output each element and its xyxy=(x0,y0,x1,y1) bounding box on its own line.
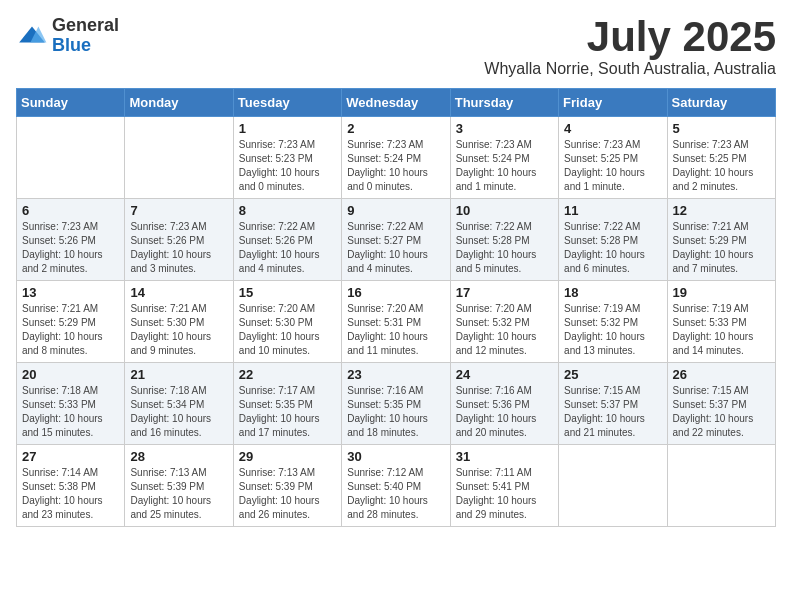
day-info: Sunrise: 7:18 AM Sunset: 5:34 PM Dayligh… xyxy=(130,384,227,440)
logo-text: General Blue xyxy=(52,16,119,56)
day-number: 24 xyxy=(456,367,553,382)
day-info: Sunrise: 7:20 AM Sunset: 5:31 PM Dayligh… xyxy=(347,302,444,358)
day-number: 18 xyxy=(564,285,661,300)
calendar-cell xyxy=(17,117,125,199)
day-number: 25 xyxy=(564,367,661,382)
day-info: Sunrise: 7:22 AM Sunset: 5:26 PM Dayligh… xyxy=(239,220,336,276)
calendar-cell: 4Sunrise: 7:23 AM Sunset: 5:25 PM Daylig… xyxy=(559,117,667,199)
calendar-cell: 29Sunrise: 7:13 AM Sunset: 5:39 PM Dayli… xyxy=(233,445,341,527)
day-info: Sunrise: 7:12 AM Sunset: 5:40 PM Dayligh… xyxy=(347,466,444,522)
day-info: Sunrise: 7:13 AM Sunset: 5:39 PM Dayligh… xyxy=(130,466,227,522)
day-number: 5 xyxy=(673,121,770,136)
calendar-cell: 15Sunrise: 7:20 AM Sunset: 5:30 PM Dayli… xyxy=(233,281,341,363)
page-header: General Blue July 2025 Whyalla Norrie, S… xyxy=(16,16,776,78)
day-info: Sunrise: 7:23 AM Sunset: 5:24 PM Dayligh… xyxy=(456,138,553,194)
calendar-cell: 20Sunrise: 7:18 AM Sunset: 5:33 PM Dayli… xyxy=(17,363,125,445)
day-number: 8 xyxy=(239,203,336,218)
day-info: Sunrise: 7:11 AM Sunset: 5:41 PM Dayligh… xyxy=(456,466,553,522)
calendar-cell xyxy=(559,445,667,527)
weekday-header-sunday: Sunday xyxy=(17,89,125,117)
calendar-cell: 14Sunrise: 7:21 AM Sunset: 5:30 PM Dayli… xyxy=(125,281,233,363)
calendar-week-row: 6Sunrise: 7:23 AM Sunset: 5:26 PM Daylig… xyxy=(17,199,776,281)
calendar-cell: 10Sunrise: 7:22 AM Sunset: 5:28 PM Dayli… xyxy=(450,199,558,281)
calendar-week-row: 27Sunrise: 7:14 AM Sunset: 5:38 PM Dayli… xyxy=(17,445,776,527)
calendar-cell: 23Sunrise: 7:16 AM Sunset: 5:35 PM Dayli… xyxy=(342,363,450,445)
calendar-cell: 13Sunrise: 7:21 AM Sunset: 5:29 PM Dayli… xyxy=(17,281,125,363)
calendar-cell: 17Sunrise: 7:20 AM Sunset: 5:32 PM Dayli… xyxy=(450,281,558,363)
day-info: Sunrise: 7:18 AM Sunset: 5:33 PM Dayligh… xyxy=(22,384,119,440)
day-number: 6 xyxy=(22,203,119,218)
day-number: 2 xyxy=(347,121,444,136)
day-number: 28 xyxy=(130,449,227,464)
day-number: 22 xyxy=(239,367,336,382)
calendar-cell: 9Sunrise: 7:22 AM Sunset: 5:27 PM Daylig… xyxy=(342,199,450,281)
calendar-cell: 6Sunrise: 7:23 AM Sunset: 5:26 PM Daylig… xyxy=(17,199,125,281)
weekday-header-monday: Monday xyxy=(125,89,233,117)
logo-general: General xyxy=(52,16,119,36)
weekday-header-thursday: Thursday xyxy=(450,89,558,117)
calendar-cell: 2Sunrise: 7:23 AM Sunset: 5:24 PM Daylig… xyxy=(342,117,450,199)
day-info: Sunrise: 7:23 AM Sunset: 5:24 PM Dayligh… xyxy=(347,138,444,194)
day-info: Sunrise: 7:22 AM Sunset: 5:28 PM Dayligh… xyxy=(456,220,553,276)
day-number: 30 xyxy=(347,449,444,464)
day-info: Sunrise: 7:20 AM Sunset: 5:32 PM Dayligh… xyxy=(456,302,553,358)
calendar-cell: 26Sunrise: 7:15 AM Sunset: 5:37 PM Dayli… xyxy=(667,363,775,445)
day-info: Sunrise: 7:23 AM Sunset: 5:25 PM Dayligh… xyxy=(673,138,770,194)
day-info: Sunrise: 7:16 AM Sunset: 5:36 PM Dayligh… xyxy=(456,384,553,440)
day-number: 19 xyxy=(673,285,770,300)
calendar-cell: 12Sunrise: 7:21 AM Sunset: 5:29 PM Dayli… xyxy=(667,199,775,281)
calendar-cell: 21Sunrise: 7:18 AM Sunset: 5:34 PM Dayli… xyxy=(125,363,233,445)
calendar-cell xyxy=(667,445,775,527)
title-block: July 2025 Whyalla Norrie, South Australi… xyxy=(484,16,776,78)
calendar-cell: 8Sunrise: 7:22 AM Sunset: 5:26 PM Daylig… xyxy=(233,199,341,281)
day-info: Sunrise: 7:20 AM Sunset: 5:30 PM Dayligh… xyxy=(239,302,336,358)
calendar-cell: 16Sunrise: 7:20 AM Sunset: 5:31 PM Dayli… xyxy=(342,281,450,363)
day-number: 20 xyxy=(22,367,119,382)
weekday-header-wednesday: Wednesday xyxy=(342,89,450,117)
day-info: Sunrise: 7:13 AM Sunset: 5:39 PM Dayligh… xyxy=(239,466,336,522)
day-number: 9 xyxy=(347,203,444,218)
day-number: 7 xyxy=(130,203,227,218)
day-number: 16 xyxy=(347,285,444,300)
day-info: Sunrise: 7:21 AM Sunset: 5:29 PM Dayligh… xyxy=(22,302,119,358)
day-number: 10 xyxy=(456,203,553,218)
day-info: Sunrise: 7:21 AM Sunset: 5:29 PM Dayligh… xyxy=(673,220,770,276)
weekday-header-saturday: Saturday xyxy=(667,89,775,117)
calendar-cell: 5Sunrise: 7:23 AM Sunset: 5:25 PM Daylig… xyxy=(667,117,775,199)
day-number: 26 xyxy=(673,367,770,382)
day-number: 17 xyxy=(456,285,553,300)
day-info: Sunrise: 7:22 AM Sunset: 5:27 PM Dayligh… xyxy=(347,220,444,276)
calendar-cell: 28Sunrise: 7:13 AM Sunset: 5:39 PM Dayli… xyxy=(125,445,233,527)
calendar-cell: 25Sunrise: 7:15 AM Sunset: 5:37 PM Dayli… xyxy=(559,363,667,445)
day-info: Sunrise: 7:23 AM Sunset: 5:26 PM Dayligh… xyxy=(22,220,119,276)
day-info: Sunrise: 7:15 AM Sunset: 5:37 PM Dayligh… xyxy=(673,384,770,440)
calendar-cell: 7Sunrise: 7:23 AM Sunset: 5:26 PM Daylig… xyxy=(125,199,233,281)
day-number: 4 xyxy=(564,121,661,136)
day-number: 1 xyxy=(239,121,336,136)
day-info: Sunrise: 7:19 AM Sunset: 5:33 PM Dayligh… xyxy=(673,302,770,358)
day-number: 13 xyxy=(22,285,119,300)
calendar-cell: 11Sunrise: 7:22 AM Sunset: 5:28 PM Dayli… xyxy=(559,199,667,281)
logo-icon xyxy=(16,20,48,52)
weekday-header-tuesday: Tuesday xyxy=(233,89,341,117)
day-number: 15 xyxy=(239,285,336,300)
day-number: 12 xyxy=(673,203,770,218)
title-month: July 2025 xyxy=(484,16,776,58)
calendar-table: SundayMondayTuesdayWednesdayThursdayFrid… xyxy=(16,88,776,527)
calendar-cell: 24Sunrise: 7:16 AM Sunset: 5:36 PM Dayli… xyxy=(450,363,558,445)
logo: General Blue xyxy=(16,16,119,56)
day-number: 23 xyxy=(347,367,444,382)
day-info: Sunrise: 7:23 AM Sunset: 5:26 PM Dayligh… xyxy=(130,220,227,276)
day-number: 3 xyxy=(456,121,553,136)
day-info: Sunrise: 7:19 AM Sunset: 5:32 PM Dayligh… xyxy=(564,302,661,358)
weekday-header-row: SundayMondayTuesdayWednesdayThursdayFrid… xyxy=(17,89,776,117)
calendar-week-row: 1Sunrise: 7:23 AM Sunset: 5:23 PM Daylig… xyxy=(17,117,776,199)
weekday-header-friday: Friday xyxy=(559,89,667,117)
calendar-cell: 18Sunrise: 7:19 AM Sunset: 5:32 PM Dayli… xyxy=(559,281,667,363)
day-info: Sunrise: 7:22 AM Sunset: 5:28 PM Dayligh… xyxy=(564,220,661,276)
calendar-cell: 1Sunrise: 7:23 AM Sunset: 5:23 PM Daylig… xyxy=(233,117,341,199)
day-info: Sunrise: 7:17 AM Sunset: 5:35 PM Dayligh… xyxy=(239,384,336,440)
logo-blue: Blue xyxy=(52,36,119,56)
calendar-cell: 3Sunrise: 7:23 AM Sunset: 5:24 PM Daylig… xyxy=(450,117,558,199)
day-number: 14 xyxy=(130,285,227,300)
